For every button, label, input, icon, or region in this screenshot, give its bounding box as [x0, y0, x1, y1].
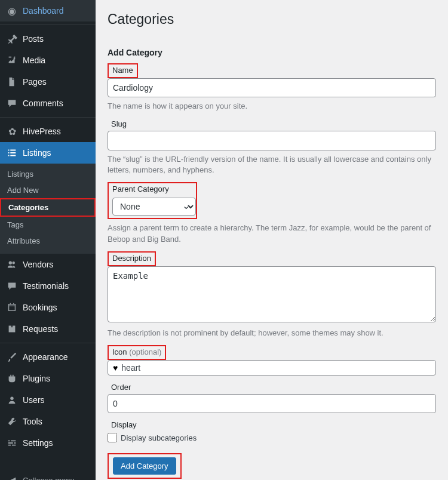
menu-comments[interactable]: Comments — [0, 93, 96, 114]
section-title: Add Category — [108, 48, 436, 57]
menu-bookings[interactable]: Bookings — [0, 297, 96, 318]
field-display: Display Display subcategories — [108, 419, 436, 442]
media-icon — [6, 54, 18, 66]
user-icon — [6, 394, 18, 406]
submenu-listings[interactable]: Listings — [0, 166, 96, 182]
name-input[interactable] — [108, 78, 436, 97]
field-description: Description The description is not promi… — [108, 251, 436, 339]
slug-desc: The “slug” is the URL-friendly version o… — [108, 154, 436, 177]
listings-submenu: Listings Add New Categories Tags Attribu… — [0, 164, 96, 254]
submenu-attributes[interactable]: Attributes — [0, 233, 96, 249]
icon-label: Icon (optional) — [109, 346, 165, 358]
highlight-name-label: Name — [108, 63, 138, 78]
requests-icon — [6, 323, 18, 335]
menu-label: Settings — [23, 438, 53, 448]
menu-users[interactable]: Users — [0, 389, 96, 411]
dashboard-icon: ◉ — [6, 5, 18, 17]
menu-tools[interactable]: Tools — [0, 411, 96, 432]
highlight-categories-menu: Categories — [0, 198, 96, 217]
list-icon — [6, 147, 18, 159]
menu-label: Bookings — [23, 303, 57, 312]
plugin-icon — [6, 373, 18, 384]
main-content: Categories Add Category Name The name is… — [96, 0, 448, 480]
brush-icon — [6, 351, 18, 363]
menu-vendors[interactable]: Vendors — [0, 254, 96, 275]
menu-label: Users — [23, 395, 45, 405]
menu-settings[interactable]: Settings — [0, 432, 96, 454]
heart-icon: ♥ — [113, 363, 118, 373]
vendors-icon — [6, 259, 18, 270]
highlight-parent: Parent Category None — [108, 182, 197, 219]
menu-label: Tools — [23, 417, 42, 426]
menu-label: HivePress — [23, 127, 61, 136]
slug-label: Slug — [108, 118, 130, 130]
highlight-icon-label: Icon (optional) — [108, 345, 166, 360]
menu-listings[interactable]: Listings — [0, 142, 96, 164]
menu-label: Media — [23, 56, 45, 65]
description-desc: The description is not prominent by defa… — [108, 328, 436, 339]
svg-point-1 — [12, 261, 15, 264]
menu-plugins[interactable]: Plugins — [0, 368, 96, 389]
field-order: Order — [108, 381, 436, 413]
menu-label: Dashboard — [23, 6, 64, 16]
parent-select[interactable]: None — [112, 198, 196, 216]
menu-pages[interactable]: Pages — [0, 71, 96, 93]
calendar-icon — [6, 301, 18, 313]
submenu-tags[interactable]: Tags — [0, 217, 96, 233]
submenu-add-new[interactable]: Add New — [0, 182, 96, 198]
pages-icon — [6, 76, 18, 88]
pin-icon — [6, 33, 18, 45]
add-category-button[interactable]: Add Category — [113, 457, 176, 475]
menu-media[interactable]: Media — [0, 50, 96, 71]
field-slug: Slug The “slug” is the URL-friendly vers… — [108, 118, 436, 176]
menu-label: Comments — [23, 99, 63, 108]
menu-label: Posts — [23, 34, 44, 44]
menu-label: Requests — [23, 324, 58, 334]
menu-dashboard[interactable]: ◉ Dashboard — [0, 0, 96, 21]
submenu-categories[interactable]: Categories — [1, 199, 94, 216]
testimonials-icon — [6, 280, 18, 292]
svg-point-0 — [9, 261, 12, 264]
menu-label: Vendors — [23, 260, 53, 269]
svg-point-2 — [10, 397, 13, 400]
collapse-menu[interactable]: ◀ Collapse menu — [0, 469, 96, 480]
order-input[interactable] — [108, 394, 436, 413]
name-label: Name — [109, 64, 137, 76]
field-parent: Parent Category None Assign a parent ter… — [108, 182, 436, 245]
display-label: Display — [108, 419, 140, 430]
menu-label: Appearance — [23, 352, 68, 362]
icon-value: heart — [121, 363, 140, 373]
collapse-icon: ◀ — [6, 474, 18, 480]
icon-input[interactable]: ♥ heart — [108, 360, 436, 376]
admin-sidebar: ◉ Dashboard Posts Media Pages Com — [0, 0, 96, 480]
collapse-label: Collapse menu — [23, 476, 75, 480]
menu-label: Listings — [23, 148, 51, 158]
parent-desc: Assign a parent term to create a hierarc… — [108, 223, 436, 245]
name-desc: The name is how it appears on your site. — [108, 101, 436, 112]
highlight-submit: Add Category — [108, 453, 182, 479]
highlight-description-label: Description — [108, 251, 156, 266]
settings-icon — [6, 437, 18, 449]
menu-hivepress[interactable]: ✿ HivePress — [0, 121, 96, 142]
slug-input[interactable] — [108, 131, 436, 150]
menu-label: Pages — [23, 77, 47, 87]
field-name: Name The name is how it appears on your … — [108, 63, 436, 112]
menu-testimonials[interactable]: Testimonials — [0, 275, 96, 297]
menu-label: Testimonials — [23, 281, 69, 291]
comments-icon — [6, 97, 18, 109]
parent-label: Parent Category — [109, 183, 173, 195]
order-label: Order — [108, 381, 134, 393]
tools-icon — [6, 416, 18, 427]
menu-posts[interactable]: Posts — [0, 28, 96, 50]
display-subcategories-checkbox[interactable] — [108, 433, 117, 442]
menu-label: Plugins — [23, 374, 50, 383]
hivepress-icon: ✿ — [6, 125, 18, 137]
display-checkbox-label: Display subcategories — [121, 433, 197, 442]
menu-requests[interactable]: Requests — [0, 318, 96, 340]
description-label: Description — [109, 253, 155, 264]
description-textarea[interactable] — [108, 266, 436, 322]
page-title: Categories — [108, 6, 436, 30]
menu-appearance[interactable]: Appearance — [0, 346, 96, 368]
field-icon: Icon (optional) ♥ heart — [108, 345, 436, 376]
